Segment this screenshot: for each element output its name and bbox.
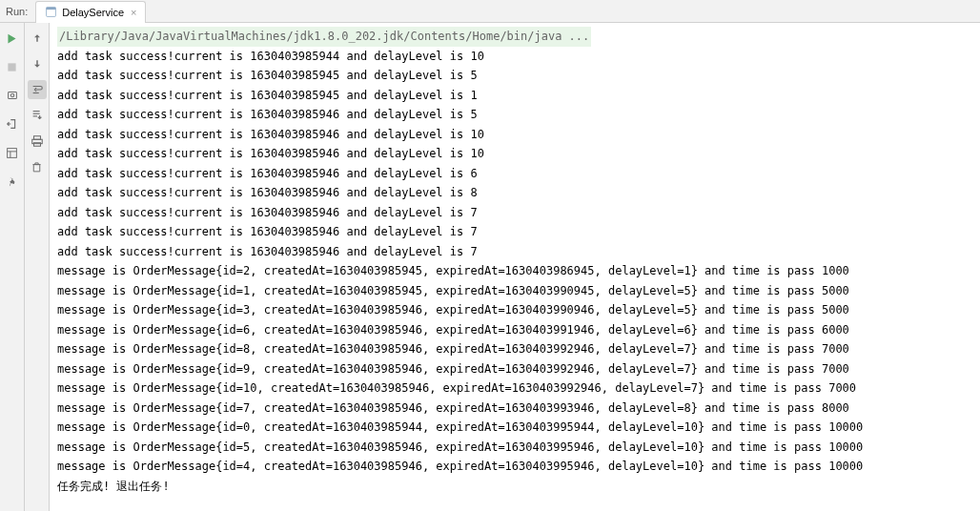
rerun-button[interactable] bbox=[3, 29, 22, 48]
console-line: message is OrderMessage{id=3, createdAt=… bbox=[57, 303, 849, 317]
run-toolbar: Run: DelayService × bbox=[0, 0, 980, 23]
svg-rect-3 bbox=[8, 63, 15, 71]
run-config-tab[interactable]: DelayService × bbox=[35, 1, 145, 23]
console-line: message is OrderMessage{id=0, createdAt=… bbox=[57, 420, 863, 434]
console-line: message is OrderMessage{id=6, createdAt=… bbox=[57, 323, 849, 337]
application-icon bbox=[44, 6, 57, 19]
main-panel: /Library/Java/JavaVirtualMachines/jdk1.8… bbox=[0, 23, 980, 511]
run-actions-gutter bbox=[0, 23, 25, 511]
svg-point-5 bbox=[10, 93, 14, 97]
scroll-to-end-button[interactable] bbox=[28, 106, 47, 125]
console-line: message is OrderMessage{id=7, createdAt=… bbox=[57, 401, 849, 415]
console-line: add task success!current is 163040398594… bbox=[57, 167, 478, 180]
svg-rect-1 bbox=[46, 8, 55, 10]
console-line: add task success!current is 163040398594… bbox=[57, 69, 478, 82]
console-line: add task success!current is 163040398594… bbox=[57, 128, 484, 141]
console-line: add task success!current is 163040398594… bbox=[57, 50, 484, 63]
console-line: message is OrderMessage{id=8, createdAt=… bbox=[57, 342, 849, 356]
console-line: add task success!current is 163040398594… bbox=[57, 225, 478, 238]
console-output[interactable]: /Library/Java/JavaVirtualMachines/jdk1.8… bbox=[50, 23, 980, 511]
svg-rect-15 bbox=[33, 143, 40, 147]
console-line: message is OrderMessage{id=2, createdAt=… bbox=[57, 264, 849, 277]
console-line: message is OrderMessage{id=9, createdAt=… bbox=[57, 362, 849, 376]
console-line: add task success!current is 163040398594… bbox=[57, 206, 478, 219]
console-line: message is OrderMessage{id=10, createdAt… bbox=[57, 381, 856, 395]
console-line: add task success!current is 163040398594… bbox=[57, 245, 478, 258]
print-button[interactable] bbox=[28, 132, 47, 151]
console-line: add task success!current is 163040398594… bbox=[57, 108, 478, 121]
console-line: message is OrderMessage{id=5, createdAt=… bbox=[57, 440, 863, 454]
pin-button[interactable] bbox=[3, 172, 22, 191]
soft-wrap-button[interactable] bbox=[28, 80, 47, 99]
command-line: /Library/Java/JavaVirtualMachines/jdk1.8… bbox=[57, 27, 591, 47]
tab-label: DelayService bbox=[62, 7, 124, 18]
console-line: message is OrderMessage{id=1, createdAt=… bbox=[57, 284, 849, 297]
console-line: add task success!current is 163040398594… bbox=[57, 89, 478, 102]
svg-marker-2 bbox=[8, 33, 15, 43]
console-line: add task success!current is 163040398594… bbox=[57, 147, 484, 160]
clear-all-button[interactable] bbox=[28, 157, 47, 176]
run-label: Run: bbox=[6, 6, 28, 17]
console-line: add task success!current is 163040398594… bbox=[57, 186, 478, 199]
svg-rect-4 bbox=[8, 92, 16, 99]
dump-threads-button[interactable] bbox=[3, 86, 22, 105]
exit-button[interactable] bbox=[3, 114, 22, 133]
scroll-down-button[interactable] bbox=[28, 54, 47, 73]
scroll-up-button[interactable] bbox=[28, 29, 47, 48]
svg-rect-6 bbox=[8, 148, 17, 157]
layout-settings-button[interactable] bbox=[3, 143, 22, 162]
console-actions-gutter bbox=[25, 23, 50, 511]
close-icon[interactable]: × bbox=[131, 7, 136, 18]
console-line: 任务完成! 退出任务! bbox=[57, 480, 170, 493]
console-line: message is OrderMessage{id=4, createdAt=… bbox=[57, 460, 863, 473]
stop-button[interactable] bbox=[3, 57, 22, 76]
